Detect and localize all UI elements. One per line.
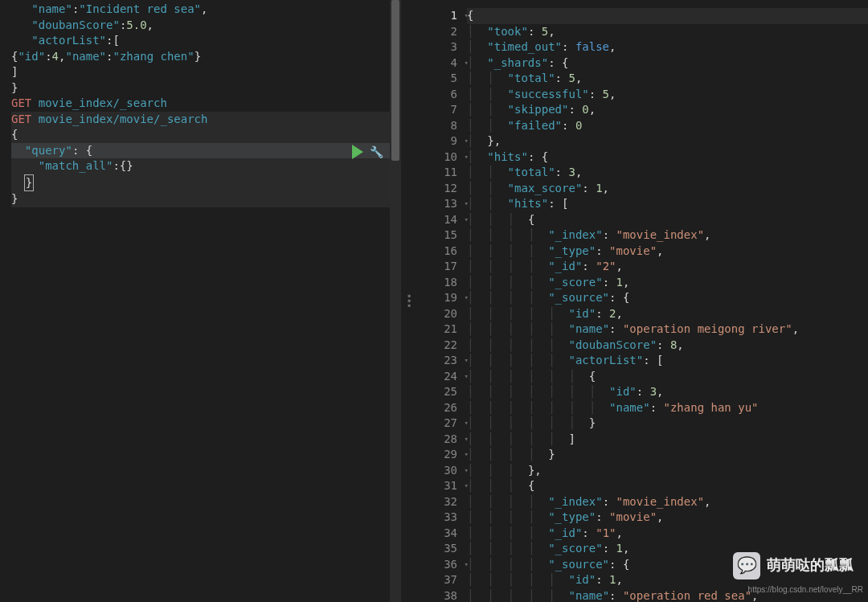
response-code-line[interactable]: │ │ │ │ │ │ } — [467, 416, 868, 432]
line-number: 13▾ — [417, 196, 462, 212]
line-number: 17 — [417, 259, 462, 275]
line-number: 4▾ — [417, 55, 462, 72]
response-code-line[interactable]: │ │ │ │ │ "doubanScore": 8, — [467, 338, 868, 354]
line-number: 15 — [417, 227, 462, 244]
response-code-line[interactable]: │ │ "hits": [ — [467, 196, 868, 212]
request-code-line[interactable]: "query": { — [11, 143, 390, 159]
line-number: 38 — [417, 588, 462, 603]
response-code-line[interactable]: │ │ │ │ │ "name": "operation meigong riv… — [467, 321, 868, 338]
left-scrollbar[interactable] — [390, 0, 401, 602]
line-number: 27▾ — [417, 416, 462, 432]
response-code-line[interactable]: │ │ │ │ "_type": "movie", — [467, 244, 868, 260]
line-number: 21 — [417, 321, 462, 338]
response-code-line[interactable]: { — [467, 8, 868, 24]
response-code-line[interactable]: │ │ │ │ "_id": "2", — [467, 259, 868, 275]
line-number: 36▾ — [417, 557, 462, 573]
response-code-line[interactable]: │ │ │ │ } — [467, 447, 868, 463]
response-code-line[interactable]: │ │ │ { — [467, 478, 868, 494]
response-code-line[interactable]: │ │ │ │ │ ] — [467, 432, 868, 448]
response-code-line[interactable]: │ │ "max_score": 1, — [467, 181, 868, 197]
response-code-line[interactable]: │ │ │ │ │ │ │ "id": 3, — [467, 384, 868, 400]
request-editor-pane[interactable]: "name":"Incident red sea", "doubanScore"… — [0, 0, 401, 602]
line-number: 26 — [417, 400, 462, 416]
line-number: 6 — [417, 87, 462, 103]
response-code-line[interactable]: │ │ "skipped": 0, — [467, 102, 868, 118]
response-code-line[interactable]: │ │ │ │ "_type": "movie", — [467, 510, 868, 526]
response-code-line[interactable]: │ │ │ │ │ │ │ "name": "zhang han yu" — [467, 400, 868, 416]
line-number: 29▾ — [417, 447, 462, 463]
response-code-line[interactable]: │ "_shards": { — [467, 55, 868, 72]
blog-url-watermark: https://blog.csdn.net/lovely__RR — [748, 582, 863, 598]
line-number: 35 — [417, 541, 462, 557]
response-code-line[interactable]: │ │ │ │ │ │ { — [467, 369, 868, 385]
request-code-line[interactable]: "actorList":[ — [11, 33, 390, 49]
line-number: 32 — [417, 494, 462, 510]
wechat-icon: 💬 — [733, 552, 760, 579]
response-code-line[interactable]: │ }, — [467, 133, 868, 149]
request-editor[interactable]: "name":"Incident red sea", "doubanScore"… — [0, 0, 390, 602]
response-code-line[interactable]: │ "took": 5, — [467, 24, 868, 40]
response-code-line[interactable]: │ │ │ │ "_index": "movie_index", — [467, 494, 868, 510]
response-code-line[interactable]: │ │ │ │ "_source": { — [467, 290, 868, 306]
kibana-console: "name":"Incident red sea", "doubanScore"… — [0, 0, 868, 602]
line-number: 33 — [417, 510, 462, 526]
response-code-line[interactable]: │ │ │ │ │ "actorList": [ — [467, 353, 868, 369]
line-number: 20 — [417, 306, 462, 322]
brand-name: 萌萌哒的瓢瓢 — [767, 558, 854, 574]
line-number: 8 — [417, 118, 462, 134]
response-code-line[interactable]: │ │ "successful": 5, — [467, 87, 868, 103]
request-code-line[interactable]: GET movie_index/movie/_search — [11, 112, 390, 128]
request-code-line[interactable]: { — [11, 127, 390, 143]
request-code-line[interactable]: "match_all":{} — [11, 158, 390, 174]
line-number: 5 — [417, 71, 462, 87]
splitter-handle-icon[interactable]: ••• — [406, 294, 411, 309]
line-number: 10▾ — [417, 149, 462, 166]
line-number: 24▾ — [417, 369, 462, 385]
request-actions: 🔧 — [352, 145, 383, 159]
response-code-line[interactable]: │ │ "failed": 0 — [467, 118, 868, 134]
request-code-line[interactable]: ] — [11, 64, 390, 80]
line-number: 34 — [417, 526, 462, 542]
line-number: 9▾ — [417, 133, 462, 149]
request-code-line[interactable]: } — [11, 174, 390, 192]
run-request-icon[interactable] — [352, 145, 363, 159]
request-code-line[interactable]: } — [11, 80, 390, 96]
line-number: 37 — [417, 572, 462, 588]
response-code-line[interactable]: │ │ │ { — [467, 212, 868, 228]
request-code-line[interactable]: GET movie_index/_search — [11, 96, 390, 112]
response-code-line[interactable]: │ │ │ │ "_score": 1, — [467, 275, 868, 291]
line-number: 14▾ — [417, 212, 462, 228]
response-code-line[interactable]: │ │ │ │ "_id": "1", — [467, 526, 868, 542]
response-code-line[interactable]: │ │ │ }, — [467, 463, 868, 479]
line-number: 28▾ — [417, 432, 462, 448]
watermark-branding: 💬 萌萌哒的瓢瓢 — [733, 552, 854, 579]
response-viewer[interactable]: {│ "took": 5,│ "timed_out": false,│ "_sh… — [462, 0, 868, 602]
response-code-line[interactable]: │ "timed_out": false, — [467, 39, 868, 55]
line-number: 25 — [417, 384, 462, 400]
request-code-line[interactable]: "name":"Incident red sea", — [11, 2, 390, 18]
request-code-line[interactable]: {"id":4,"name":"zhang chen"} — [11, 49, 390, 65]
response-viewer-pane: 1▾234▾56789▾10▾111213▾14▾1516171819▾2021… — [417, 0, 868, 602]
line-number: 19▾ — [417, 290, 462, 306]
line-number: 11 — [417, 165, 462, 181]
response-code-line[interactable]: │ │ │ │ │ "id": 2, — [467, 306, 868, 322]
line-number: 30▾ — [417, 463, 462, 479]
line-number: 2 — [417, 24, 462, 40]
request-code-line[interactable]: "doubanScore":5.0, — [11, 18, 390, 34]
response-code-line[interactable]: │ │ "total": 3, — [467, 165, 868, 181]
line-number: 1▾ — [417, 8, 462, 24]
left-scrollbar-thumb[interactable] — [391, 0, 399, 161]
line-number: 22 — [417, 338, 462, 354]
response-code-line[interactable]: │ │ "total": 5, — [467, 71, 868, 87]
line-number: 3 — [417, 39, 462, 55]
response-code-line[interactable]: │ "hits": { — [467, 149, 868, 166]
line-number-gutter: 1▾234▾56789▾10▾111213▾14▾1516171819▾2021… — [417, 0, 462, 602]
response-code-line[interactable]: │ │ │ │ "_index": "movie_index", — [467, 227, 868, 244]
wrench-icon[interactable]: 🔧 — [370, 145, 383, 158]
line-number: 23▾ — [417, 353, 462, 369]
line-number: 12 — [417, 181, 462, 197]
request-code-line[interactable]: } — [11, 191, 390, 207]
line-number: 18 — [417, 275, 462, 291]
pane-splitter[interactable]: ••• — [401, 0, 417, 602]
line-number: 31▾ — [417, 478, 462, 494]
